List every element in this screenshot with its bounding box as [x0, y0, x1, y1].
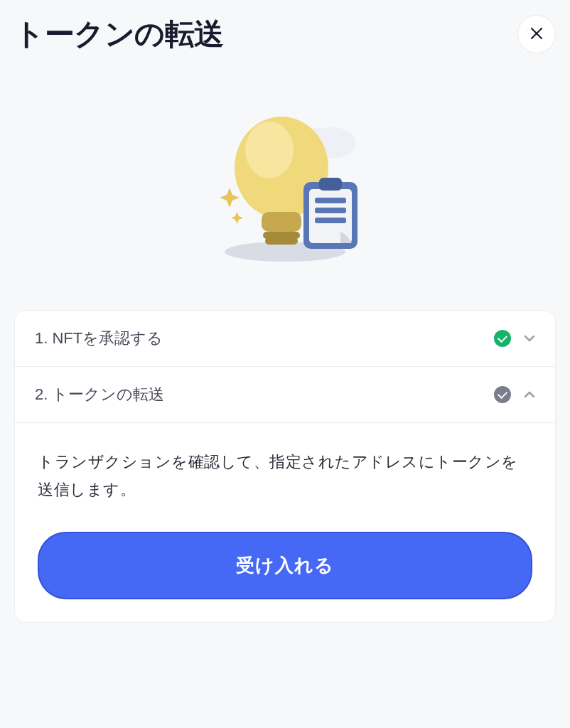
chevron-up-icon	[524, 391, 535, 398]
step-2-header[interactable]: 2. トークンの転送	[15, 367, 555, 423]
modal-header: トークンの転送	[14, 14, 556, 54]
close-icon	[530, 24, 543, 44]
illustration-lightbulb-clipboard	[14, 75, 556, 289]
check-circle-icon	[494, 386, 511, 403]
svg-rect-13	[315, 218, 346, 223]
step-2-right	[494, 386, 535, 403]
steps-accordion: 1. NFTを承認する 2. トークンの転送 トランザクションを確認して、指定さ…	[14, 310, 556, 623]
step-2-description: トランザクションを確認して、指定されたアドレスにトークンを送信します。	[38, 449, 532, 503]
step-2-body: トランザクションを確認して、指定されたアドレスにトークンを送信します。 受け入れ…	[15, 423, 555, 622]
svg-point-4	[245, 122, 294, 178]
modal-title: トークンの転送	[14, 14, 224, 54]
chevron-down-icon	[524, 335, 535, 342]
svg-rect-11	[315, 198, 346, 203]
accept-button[interactable]: 受け入れる	[38, 532, 532, 599]
step-1-header[interactable]: 1. NFTを承認する	[15, 311, 555, 367]
svg-rect-12	[315, 208, 346, 213]
svg-rect-7	[265, 237, 298, 245]
step-1-label: 1. NFTを承認する	[35, 328, 163, 349]
step-1-right	[494, 330, 535, 347]
step-2-label: 2. トークンの転送	[35, 384, 164, 405]
svg-rect-5	[262, 212, 301, 232]
close-button[interactable]	[517, 15, 556, 53]
svg-rect-10	[319, 178, 342, 191]
check-circle-icon	[494, 330, 511, 347]
